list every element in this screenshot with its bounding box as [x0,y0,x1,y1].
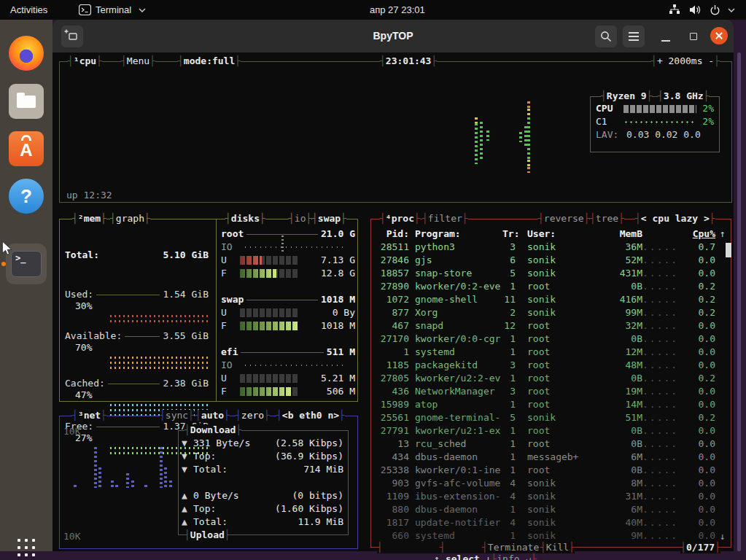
process-row[interactable]: 436NetworkManager3root19M.....0.0 [374,385,715,398]
net-graph-column [98,467,101,488]
show-applications-button[interactable] [18,539,35,556]
proc-box-label: ⁴proc [380,213,420,225]
process-row[interactable]: 27846gjs6sonik52M.....0.0 [374,254,715,267]
process-row[interactable]: 880dbus-daemon1sonik6M.....0.0 [374,503,715,516]
process-row[interactable]: 28511python33sonik36M.....0.7 [374,241,715,254]
process-row[interactable]: 25338kworker/0:1-ine1root0B.....0.0 [374,464,715,477]
process-row[interactable]: 434dbus-daemon1messageb+6M.....0.0 [374,451,715,464]
net-stat-label: Top: [193,450,216,463]
disk-meter-value: 12.8 G [298,267,355,280]
proc-tree-toggle[interactable]: tree [590,213,624,225]
activities-button[interactable]: Activities [10,0,47,20]
process-row[interactable]: 1109ibus-extension-4sonik31M.....0.0 [374,490,715,503]
dock: A ? >_ [0,20,53,551]
process-row[interactable]: 903gvfs-afc-volume4sonik8M.....0.0 [374,477,715,490]
disks-io-toggle[interactable]: io [289,213,311,225]
mem-total-label: Total: [65,249,99,262]
process-row[interactable]: 1072gnome-shell11sonik416M.....0.2 [374,293,715,306]
menu-button-bpytop[interactable]: Menu [121,55,155,67]
net-auto-toggle[interactable]: auto [195,410,230,421]
disk-meter-value: 5.21 M [298,372,355,385]
disk-io-graph [243,363,346,368]
close-button[interactable] [710,27,728,44]
menu-button[interactable] [623,26,645,47]
proc-filter-button[interactable]: filter [422,213,468,225]
disk-meter-value: 7.13 G [298,254,355,267]
col-memory[interactable]: MemB [580,228,642,241]
disk-u-row: U0 By [221,306,355,319]
process-row[interactable]: 18857snap-store5sonik431M.....0.0 [374,267,715,280]
col-threads[interactable]: Tr: [502,228,516,241]
net-interface-selector[interactable]: <b eth0 n> [276,410,345,421]
net-stat-row: ▲0 Byte/s(0 bitps) [179,489,348,502]
col-user[interactable]: User: [521,228,580,241]
files-icon[interactable] [9,84,44,119]
net-stat-value: 11.9 MiB [298,516,343,529]
proc-box: ⁴proc filter reverse tree < cpu lazy > P… [370,219,731,548]
process-row[interactable]: 27805kworker/u2:2-ev1root0B.....0.2 [374,372,715,385]
proc-sort-selector[interactable]: < cpu lazy > [635,213,715,225]
clock[interactable]: апр 27 23:01 [370,0,425,20]
process-row[interactable]: 25561gnome-terminal-5sonik51M.....0.2 [374,411,715,424]
process-row[interactable]: 660systemd1sonik9M.....0.0 [374,529,715,542]
proc-terminate-hint[interactable]: Terminate [482,542,545,553]
volume-icon [689,4,702,15]
process-row[interactable]: 27170kworker/0:0-cgr1root0B.....0.0 [374,332,715,346]
net-sync-toggle[interactable]: sync [160,410,194,421]
proc-selected-count: 0/177 [680,542,720,553]
scroll-down-indicator: ↓ [720,530,726,543]
process-row[interactable]: 877Xorg2sonik99M.....0.2 [374,306,715,319]
net-stat-value: 714 MiB [303,463,343,476]
proc-reverse-toggle[interactable]: reverse [538,213,589,225]
uptime-label: up 12:32 [66,189,112,202]
mem-stat-percent: 70% [65,343,209,353]
net-stat-value: (2.58 Kibps) [275,437,343,450]
col-cpu[interactable]: Cpu% [675,228,715,241]
cpu-freq-label: 3.8 GHz [658,90,709,102]
restore-button[interactable] [683,26,704,47]
mode-toggle[interactable]: mode:full [178,55,241,67]
process-row[interactable]: 27890kworker/0:2-eve1root0B.....0.2 [374,280,715,293]
cpu-graph-column [527,117,530,160]
ubuntu-software-icon[interactable]: A [9,131,44,166]
disk-name: efi [221,346,238,359]
cpu-graph-column [480,122,483,161]
process-row[interactable]: 467snapd12root32M.....0.0 [374,319,715,332]
disks-swap-toggle[interactable]: swap [312,213,346,225]
mem-stat-label: Cached: [65,377,105,390]
process-row[interactable]: 1systemd1root12M.....0.0 [374,346,715,359]
net-graph-column [111,481,114,488]
proc-column-header: Pid: Program: Tr: User: MemB Cpu% [374,228,715,241]
new-tab-button[interactable] [61,26,83,47]
update-interval-control[interactable]: + 2000ms - [651,55,720,67]
process-row[interactable]: 13rcu_sched1root0B.....0.0 [374,438,715,451]
net-zero-toggle[interactable]: zero [236,410,270,421]
firefox-icon[interactable] [9,36,44,71]
scrollbar-thumb[interactable] [726,243,731,257]
process-row[interactable]: 1185packagekitd3root48M.....0.0 [374,359,715,372]
help-icon[interactable]: ? [9,179,44,214]
proc-kill-hint[interactable]: Kill [540,542,575,553]
cpu-box: ¹cpu Menu mode:full 23:01:43 + 2000ms - … [59,61,732,203]
headerbar[interactable]: BpyTOP [53,20,734,52]
search-button[interactable] [595,26,617,47]
col-pid[interactable]: Pid: [374,228,409,241]
disk-name-row: efi511 M [221,346,355,359]
cpu-total-label: CPU [596,102,623,115]
process-row[interactable]: 1817update-notifier4sonik40M.....0.0 [374,516,715,529]
net-scale-top: 10K [63,425,80,438]
net-stats-panel: Download Upload ▼331 Byte/s(2.58 Kibps)▼… [178,430,349,535]
focused-app-menu[interactable]: Terminal [96,0,131,20]
disk-name: root [221,228,244,241]
net-stat-row: ▼Total:714 MiB [179,463,348,476]
disk-f-row: F12.8 G [221,267,355,280]
minimize-button[interactable] [655,26,677,47]
net-stat-row: ▼Top:(36.9 Kibps) [179,450,348,463]
col-program[interactable]: Program: [415,228,502,241]
net-stat-value: (36.9 Kibps) [275,450,343,463]
process-row[interactable]: 27791kworker/u2:1-ex1root0B.....0.0 [374,424,715,438]
cpu-graph-column [475,117,478,123]
disk-io-row: IO [221,241,355,254]
net-scale-bottom: 10K [63,530,80,543]
process-row[interactable]: 15989atop1root14M.....0.0 [374,398,715,411]
